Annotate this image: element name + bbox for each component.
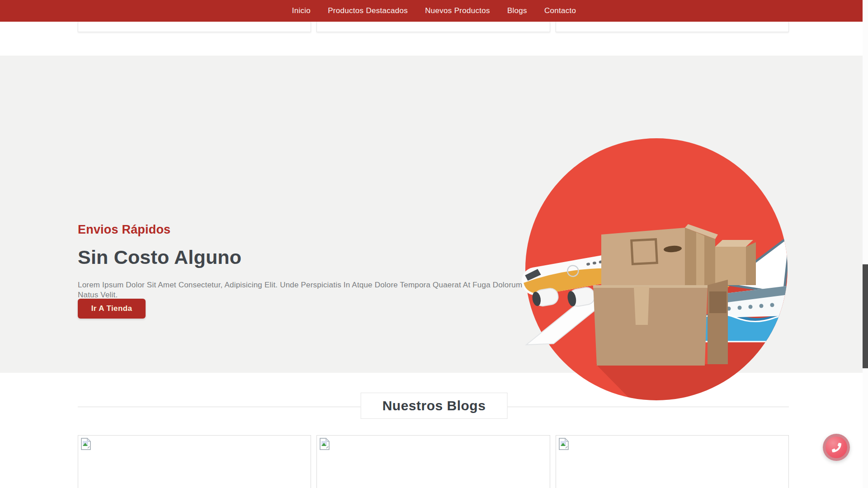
- blogs-heading: Nuestros Blogs: [382, 398, 486, 413]
- blog-card[interactable]: [78, 435, 311, 488]
- nav-item-nuevos-productos[interactable]: Nuevos Productos: [425, 6, 490, 15]
- product-card-bottom[interactable]: [316, 22, 550, 32]
- product-card-bottom[interactable]: [78, 22, 311, 32]
- hero-title: Sin Costo Alguno: [78, 246, 241, 268]
- phone-icon: [832, 443, 841, 452]
- scrollbar-track[interactable]: [863, 0, 868, 488]
- nav-item-blogs[interactable]: Blogs: [507, 6, 527, 15]
- product-card-bottom[interactable]: [556, 22, 789, 32]
- shipping-hero-section: Envios Rápidos Sin Costo Alguno Lorem Ip…: [0, 56, 868, 373]
- blog-card[interactable]: [316, 435, 550, 488]
- shipping-illustration: [520, 136, 788, 404]
- nav-item-productos-destacados[interactable]: Productos Destacados: [328, 6, 408, 15]
- top-navbar: Inicio Productos Destacados Nuevos Produ…: [0, 0, 868, 22]
- phone-fab-button[interactable]: [823, 434, 850, 461]
- nav-menu: Inicio Productos Destacados Nuevos Produ…: [292, 6, 576, 15]
- nav-item-contacto[interactable]: Contacto: [544, 6, 576, 15]
- nav-item-inicio[interactable]: Inicio: [292, 6, 311, 15]
- broken-image-icon: [559, 438, 569, 450]
- broken-image-icon: [320, 438, 330, 450]
- scrollbar-thumb[interactable]: [863, 264, 868, 368]
- hero-description: Lorem Ipsum Dolor Sit Amet Consectetur, …: [78, 280, 534, 300]
- blog-card[interactable]: [556, 435, 789, 488]
- go-to-shop-button[interactable]: Ir A Tienda: [78, 299, 146, 319]
- product-cards-row-cutoff: [78, 22, 789, 32]
- blog-cards-row: [78, 435, 789, 488]
- blogs-heading-box: Nuestros Blogs: [361, 393, 508, 419]
- hero-eyebrow: Envios Rápidos: [78, 223, 170, 237]
- broken-image-icon: [81, 438, 91, 450]
- page: Inicio Productos Destacados Nuevos Produ…: [0, 0, 868, 488]
